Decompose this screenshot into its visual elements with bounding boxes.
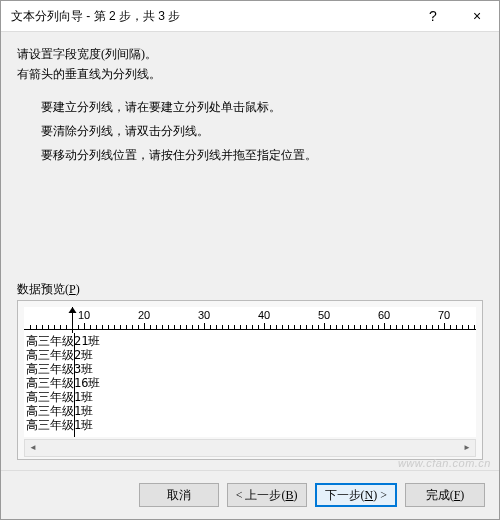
instruction-line-1: 要建立分列线，请在要建立分列处单击鼠标。 [41,95,483,119]
cancel-button[interactable]: 取消 [139,483,219,507]
data-preview-box[interactable]: 高三年级21班高三年级2班高三年级3班高三年级16班高三年级1班高三年级1班高三… [24,333,476,437]
data-rows: 高三年级21班高三年级2班高三年级3班高三年级16班高三年级1班高三年级1班高三… [26,334,100,432]
ruler-tick-label: 60 [378,309,390,321]
ruler-tick-label: 50 [318,309,330,321]
ruler-baseline [24,329,476,330]
data-row: 高三年级16班 [26,376,100,390]
dialog-body: 请设置字段宽度(列间隔)。 有箭头的垂直线为分列线。 要建立分列线，请在要建立分… [1,32,499,470]
data-row: 高三年级1班 [26,404,100,418]
window-title: 文本分列向导 - 第 2 步，共 3 步 [11,8,411,25]
instruction-line-3: 要移动分列线位置，请按住分列线并拖至指定位置。 [41,143,483,167]
lead-line-1: 请设置字段宽度(列间隔)。 [17,44,483,64]
next-button[interactable]: 下一步(N) > [315,483,397,507]
data-row: 高三年级1班 [26,418,100,432]
data-row: 高三年级21班 [26,334,100,348]
preview-group: 10203040506070 高三年级21班高三年级2班高三年级3班高三年级16… [17,300,483,460]
help-button[interactable]: ? [411,1,455,31]
column-break-line[interactable] [74,333,75,437]
scroll-right-button[interactable]: ► [459,440,475,454]
button-row: 取消 < 上一步(B) 下一步(N) > 完成(F) [1,470,499,519]
scroll-left-button[interactable]: ◄ [25,440,41,454]
ruler-tick-label: 10 [78,309,90,321]
ruler-tick-label: 70 [438,309,450,321]
column-break-arrow-icon [69,307,77,313]
lead-text: 请设置字段宽度(列间隔)。 有箭头的垂直线为分列线。 [17,44,483,85]
title-bar: 文本分列向导 - 第 2 步，共 3 步 ? × [1,1,499,32]
ruler-tick-label: 40 [258,309,270,321]
scroll-track[interactable] [41,440,459,456]
ruler[interactable]: 10203040506070 [24,307,476,333]
lead-line-2: 有箭头的垂直线为分列线。 [17,64,483,84]
data-row: 高三年级1班 [26,390,100,404]
horizontal-scrollbar[interactable]: ◄ ► [24,439,476,457]
instructions: 要建立分列线，请在要建立分列处单击鼠标。 要清除分列线，请双击分列线。 要移动分… [41,95,483,167]
ruler-tick-label: 20 [138,309,150,321]
ruler-tick-label: 30 [198,309,210,321]
data-row: 高三年级3班 [26,362,100,376]
instruction-line-2: 要清除分列线，请双击分列线。 [41,119,483,143]
back-button[interactable]: < 上一步(B) [227,483,307,507]
finish-button[interactable]: 完成(F) [405,483,485,507]
close-button[interactable]: × [455,1,499,31]
wizard-window: 文本分列向导 - 第 2 步，共 3 步 ? × 请设置字段宽度(列间隔)。 有… [0,0,500,520]
preview-label: 数据预览(P) [17,281,483,298]
data-row: 高三年级2班 [26,348,100,362]
